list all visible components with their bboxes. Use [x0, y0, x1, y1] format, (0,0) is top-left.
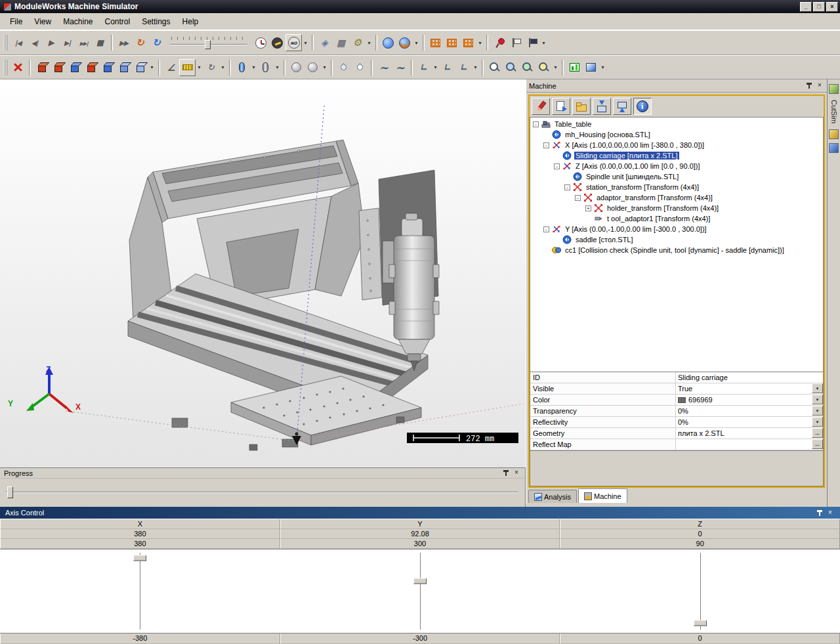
stock-cube-5-button[interactable]: [99, 59, 116, 76]
cutsim-icon[interactable]: [829, 84, 839, 94]
axis-y-thumb[interactable]: [413, 578, 427, 584]
tab-analysis[interactable]: Analysis: [528, 490, 577, 503]
grid-x-button[interactable]: [427, 34, 444, 51]
turning-blue-button[interactable]: [234, 59, 250, 76]
dropdown-icon[interactable]: ▼: [812, 395, 823, 404]
close-icon[interactable]: ×: [512, 469, 521, 477]
fast-forward-button[interactable]: [116, 34, 132, 51]
toolbar-grip[interactable]: [4, 35, 7, 51]
ellipsis-icon[interactable]: ...: [812, 428, 823, 438]
info-button[interactable]: [633, 98, 652, 115]
expander-icon[interactable]: -: [554, 163, 560, 169]
diamond-button[interactable]: [316, 34, 333, 51]
export-machine-button[interactable]: [613, 98, 631, 115]
pin-marker-button[interactable]: [491, 34, 507, 51]
axis-y-slider[interactable]: [280, 549, 560, 633]
zoom-2-button[interactable]: [503, 59, 519, 76]
path-2-button[interactable]: [439, 59, 455, 76]
zoom-3-button[interactable]: [519, 59, 536, 76]
turbo-button[interactable]: [269, 34, 285, 51]
cutsim-tool-icon[interactable]: [829, 129, 839, 139]
menu-machine[interactable]: Machine: [57, 15, 98, 28]
zoom-dropdown[interactable]: [552, 59, 559, 76]
turning-gray-dropdown[interactable]: [274, 59, 281, 76]
pin-icon[interactable]: [815, 509, 824, 517]
zoom-1-button[interactable]: [486, 59, 503, 76]
expander-icon[interactable]: +: [585, 205, 591, 211]
grid-y-button[interactable]: [444, 34, 460, 51]
axis-x-track[interactable]: [140, 553, 141, 630]
step-back-button[interactable]: [26, 34, 43, 51]
tree-item-adaptor-transform[interactable]: -adaptor_transform [Transform (4x4)]: [572, 192, 823, 203]
curve-2-button[interactable]: [392, 59, 408, 76]
save-machine-button[interactable]: [593, 98, 611, 115]
axis-y-track[interactable]: [420, 553, 421, 630]
flags-dropdown[interactable]: [540, 34, 547, 51]
pin-icon[interactable]: [501, 469, 511, 477]
axis-z-slider[interactable]: [560, 549, 840, 633]
flag-dark-button[interactable]: [524, 34, 540, 51]
sphere-2-button[interactable]: [304, 59, 321, 76]
tree-item-holder-transform[interactable]: +holder_transform [Transform (4x4)]: [583, 203, 823, 213]
replay-button[interactable]: [132, 34, 148, 51]
expander-icon[interactable]: -: [564, 184, 570, 190]
toolbar-grip[interactable]: [4, 60, 7, 75]
rotate-dropdown[interactable]: [219, 59, 226, 76]
curve-1-button[interactable]: [375, 59, 392, 76]
viewport-3d[interactable]: Z X Y 272 mm: [0, 79, 526, 467]
dropdown-icon[interactable]: ▼: [812, 417, 823, 427]
tree-item-z-axis[interactable]: -Z [Axis (0.00,0.00,1.00 lim [0.0 , 90.0…: [551, 161, 823, 171]
path-3-button[interactable]: [455, 59, 472, 76]
import-machine-button[interactable]: [552, 98, 570, 115]
shade-dropdown[interactable]: [599, 59, 606, 76]
cutsim-view-icon[interactable]: [829, 143, 839, 153]
sphere-dropdown[interactable]: [321, 59, 328, 76]
simulation-mode-dropdown[interactable]: [302, 34, 309, 51]
axis-x-thumb[interactable]: [133, 555, 146, 561]
no-stop-button[interactable]: NO: [285, 34, 302, 51]
tree-item-y-axis[interactable]: -Y [Axis (0.00,-1.00,0.00 lim [-300.0 , …: [541, 224, 823, 234]
stock-dropdown[interactable]: [148, 59, 156, 76]
progress-track[interactable]: [5, 492, 518, 493]
turning-gray-button[interactable]: [257, 59, 274, 76]
expander-icon[interactable]: -: [543, 226, 549, 232]
path-1-dropdown[interactable]: [432, 59, 439, 76]
open-machine-button[interactable]: [572, 98, 591, 115]
speed-slider[interactable]: [170, 35, 247, 51]
slider-thumb[interactable]: [205, 40, 211, 49]
menu-help[interactable]: Help: [177, 15, 205, 28]
menu-file[interactable]: File: [4, 15, 28, 28]
turning-dropdown[interactable]: [250, 59, 257, 76]
measure-angle-button[interactable]: [163, 59, 179, 76]
tree-item-spindle-unit[interactable]: Spindle unit [шпиндель.STL]: [562, 171, 823, 182]
axis-z-track[interactable]: [700, 553, 702, 630]
coolant-1-button[interactable]: [335, 59, 352, 76]
axis-z-thumb[interactable]: [694, 620, 707, 626]
grid-dropdown[interactable]: [476, 34, 484, 51]
machine-axes-button[interactable]: [10, 59, 26, 76]
menu-settings[interactable]: Settings: [136, 15, 176, 28]
settings-tools-button[interactable]: [349, 34, 366, 51]
world-view-button[interactable]: [396, 34, 413, 51]
clock-button[interactable]: [253, 34, 269, 51]
axis-x-slider[interactable]: [0, 549, 280, 633]
tree-item-x-axis[interactable]: -X [Axis (1.00,0.00,0.00 lim [-380.0 , 3…: [541, 140, 823, 150]
grid-z-button[interactable]: [460, 34, 476, 51]
path-1-button[interactable]: [415, 59, 432, 76]
tree-item-saddle[interactable]: saddle [стол.STL]: [551, 234, 823, 245]
tree-item-collision-check[interactable]: cc1 [Collision check (Spindle unit, tool…: [541, 245, 823, 255]
measure-dropdown[interactable]: [196, 59, 203, 76]
shade-button[interactable]: [583, 59, 599, 76]
menu-view[interactable]: View: [28, 15, 57, 28]
expander-icon[interactable]: -: [533, 121, 539, 127]
expander-icon[interactable]: -: [575, 195, 581, 201]
progress-thumb[interactable]: [7, 486, 13, 498]
close-icon[interactable]: ×: [815, 81, 824, 90]
view-dropdown[interactable]: [413, 34, 420, 51]
zoom-4-button[interactable]: [536, 59, 552, 76]
flag-light-button[interactable]: [507, 34, 524, 51]
tree-item-housing[interactable]: mh_Housing [основа.STL]: [541, 129, 823, 140]
tree-item-station-transform[interactable]: -station_transform [Transform (4x4)]: [562, 182, 823, 192]
minimize-button[interactable]: _: [800, 2, 812, 12]
stock-cube-4-button[interactable]: [83, 59, 99, 76]
